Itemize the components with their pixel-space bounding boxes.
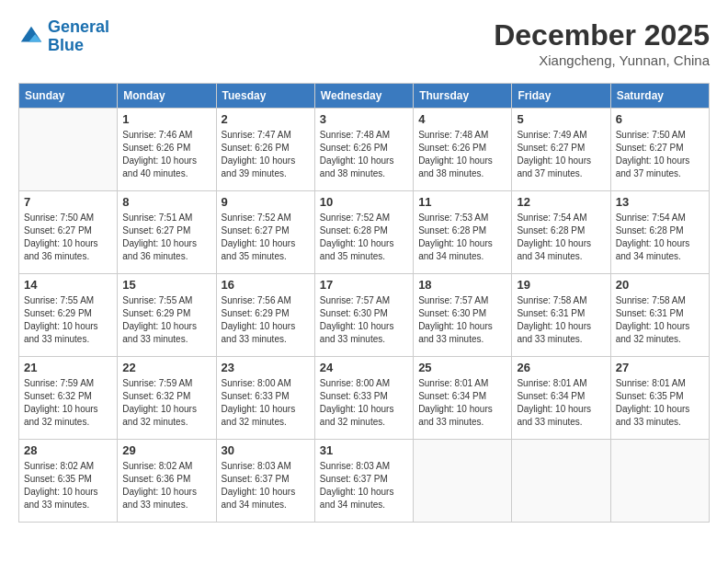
day-number: 19 <box>517 278 605 292</box>
day-number: 12 <box>517 195 605 209</box>
day-cell: 19Sunrise: 7:58 AM Sunset: 6:31 PM Dayli… <box>512 274 610 357</box>
week-row: 21Sunrise: 7:59 AM Sunset: 6:32 PM Dayli… <box>19 357 710 440</box>
day-cell: 31Sunrise: 8:03 AM Sunset: 6:37 PM Dayli… <box>314 440 413 523</box>
day-cell: 3Sunrise: 7:48 AM Sunset: 6:26 PM Daylig… <box>314 109 413 191</box>
day-cell: 21Sunrise: 7:59 AM Sunset: 6:32 PM Dayli… <box>19 357 118 440</box>
day-number: 31 <box>320 443 408 457</box>
weekday-header: Friday <box>512 84 610 109</box>
day-info: Sunrise: 7:56 AM Sunset: 6:29 PM Dayligh… <box>222 294 310 346</box>
page-header: General Blue December 2025 Xiangcheng, Y… <box>18 18 710 68</box>
day-number: 6 <box>616 112 704 126</box>
day-number: 1 <box>122 112 210 126</box>
day-number: 13 <box>616 195 704 209</box>
day-number: 28 <box>24 443 112 457</box>
logo-icon <box>18 24 44 50</box>
day-cell: 13Sunrise: 7:54 AM Sunset: 6:28 PM Dayli… <box>610 191 709 274</box>
weekday-header: Wednesday <box>314 84 413 109</box>
day-number: 3 <box>320 112 408 126</box>
day-cell: 2Sunrise: 7:47 AM Sunset: 6:26 PM Daylig… <box>216 109 314 191</box>
logo-line2: Blue <box>48 36 84 54</box>
weekday-header: Saturday <box>610 84 709 109</box>
day-info: Sunrise: 7:49 AM Sunset: 6:27 PM Dayligh… <box>517 129 605 180</box>
day-info: Sunrise: 7:48 AM Sunset: 6:26 PM Dayligh… <box>418 129 506 180</box>
day-number: 26 <box>517 361 605 374</box>
location-subtitle: Xiangcheng, Yunnan, China <box>494 52 710 68</box>
day-number: 16 <box>222 278 310 292</box>
calendar-table: SundayMondayTuesdayWednesdayThursdayFrid… <box>18 83 710 523</box>
day-number: 30 <box>222 443 310 457</box>
day-number: 5 <box>517 112 605 126</box>
logo-text: General Blue <box>48 18 109 55</box>
day-info: Sunrise: 7:54 AM Sunset: 6:28 PM Dayligh… <box>616 212 704 263</box>
day-info: Sunrise: 8:01 AM Sunset: 6:34 PM Dayligh… <box>418 377 506 429</box>
day-info: Sunrise: 7:55 AM Sunset: 6:29 PM Dayligh… <box>122 294 210 346</box>
weekday-header: Sunday <box>19 84 118 109</box>
day-cell: 20Sunrise: 7:58 AM Sunset: 6:31 PM Dayli… <box>610 274 709 357</box>
day-info: Sunrise: 7:58 AM Sunset: 6:31 PM Dayligh… <box>517 294 605 346</box>
weekday-header: Tuesday <box>216 84 314 109</box>
day-info: Sunrise: 7:55 AM Sunset: 6:29 PM Dayligh… <box>24 294 112 346</box>
day-info: Sunrise: 7:48 AM Sunset: 6:26 PM Dayligh… <box>320 129 408 180</box>
day-cell <box>19 109 118 191</box>
day-cell: 10Sunrise: 7:52 AM Sunset: 6:28 PM Dayli… <box>314 191 413 274</box>
day-info: Sunrise: 8:00 AM Sunset: 6:33 PM Dayligh… <box>222 377 310 429</box>
day-info: Sunrise: 7:50 AM Sunset: 6:27 PM Dayligh… <box>24 212 112 263</box>
day-info: Sunrise: 7:52 AM Sunset: 6:28 PM Dayligh… <box>320 212 408 263</box>
day-number: 9 <box>222 195 310 209</box>
logo-line1: General <box>48 17 109 36</box>
day-cell: 4Sunrise: 7:48 AM Sunset: 6:26 PM Daylig… <box>414 109 512 191</box>
day-cell: 30Sunrise: 8:03 AM Sunset: 6:37 PM Dayli… <box>216 440 314 523</box>
day-cell: 12Sunrise: 7:54 AM Sunset: 6:28 PM Dayli… <box>512 191 610 274</box>
month-title: December 2025 <box>494 18 710 52</box>
day-cell: 11Sunrise: 7:53 AM Sunset: 6:28 PM Dayli… <box>414 191 512 274</box>
day-number: 7 <box>24 195 112 209</box>
day-info: Sunrise: 7:59 AM Sunset: 6:32 PM Dayligh… <box>122 377 210 429</box>
day-cell: 8Sunrise: 7:51 AM Sunset: 6:27 PM Daylig… <box>118 191 216 274</box>
day-cell: 25Sunrise: 8:01 AM Sunset: 6:34 PM Dayli… <box>414 357 512 440</box>
day-info: Sunrise: 7:53 AM Sunset: 6:28 PM Dayligh… <box>418 212 506 263</box>
week-row: 14Sunrise: 7:55 AM Sunset: 6:29 PM Dayli… <box>19 274 710 357</box>
day-number: 17 <box>320 278 408 292</box>
day-number: 20 <box>616 278 704 292</box>
day-number: 8 <box>122 195 210 209</box>
day-number: 18 <box>418 278 506 292</box>
weekday-header-row: SundayMondayTuesdayWednesdayThursdayFrid… <box>19 84 710 109</box>
logo: General Blue <box>18 18 109 55</box>
day-cell: 14Sunrise: 7:55 AM Sunset: 6:29 PM Dayli… <box>19 274 118 357</box>
day-cell <box>414 440 512 523</box>
day-cell: 27Sunrise: 8:01 AM Sunset: 6:35 PM Dayli… <box>610 357 709 440</box>
day-cell: 29Sunrise: 8:02 AM Sunset: 6:36 PM Dayli… <box>118 440 216 523</box>
title-block: December 2025 Xiangcheng, Yunnan, China <box>494 18 710 68</box>
day-cell <box>512 440 610 523</box>
day-info: Sunrise: 7:54 AM Sunset: 6:28 PM Dayligh… <box>517 212 605 263</box>
day-cell: 7Sunrise: 7:50 AM Sunset: 6:27 PM Daylig… <box>19 191 118 274</box>
day-number: 21 <box>24 361 112 374</box>
day-cell: 1Sunrise: 7:46 AM Sunset: 6:26 PM Daylig… <box>118 109 216 191</box>
day-cell: 6Sunrise: 7:50 AM Sunset: 6:27 PM Daylig… <box>610 109 709 191</box>
day-cell: 24Sunrise: 8:00 AM Sunset: 6:33 PM Dayli… <box>314 357 413 440</box>
day-cell: 15Sunrise: 7:55 AM Sunset: 6:29 PM Dayli… <box>118 274 216 357</box>
day-info: Sunrise: 7:47 AM Sunset: 6:26 PM Dayligh… <box>222 129 310 180</box>
day-info: Sunrise: 7:46 AM Sunset: 6:26 PM Dayligh… <box>122 129 210 180</box>
day-number: 23 <box>222 361 310 374</box>
day-number: 14 <box>24 278 112 292</box>
day-number: 2 <box>222 112 310 126</box>
week-row: 7Sunrise: 7:50 AM Sunset: 6:27 PM Daylig… <box>19 191 710 274</box>
week-row: 1Sunrise: 7:46 AM Sunset: 6:26 PM Daylig… <box>19 109 710 191</box>
day-number: 11 <box>418 195 506 209</box>
day-info: Sunrise: 7:52 AM Sunset: 6:27 PM Dayligh… <box>222 212 310 263</box>
day-number: 29 <box>122 443 210 457</box>
day-info: Sunrise: 8:01 AM Sunset: 6:35 PM Dayligh… <box>616 377 704 429</box>
week-row: 28Sunrise: 8:02 AM Sunset: 6:35 PM Dayli… <box>19 440 710 523</box>
day-number: 10 <box>320 195 408 209</box>
day-info: Sunrise: 8:03 AM Sunset: 6:37 PM Dayligh… <box>320 460 408 511</box>
day-cell: 23Sunrise: 8:00 AM Sunset: 6:33 PM Dayli… <box>216 357 314 440</box>
day-cell: 16Sunrise: 7:56 AM Sunset: 6:29 PM Dayli… <box>216 274 314 357</box>
day-cell: 28Sunrise: 8:02 AM Sunset: 6:35 PM Dayli… <box>19 440 118 523</box>
day-info: Sunrise: 7:59 AM Sunset: 6:32 PM Dayligh… <box>24 377 112 429</box>
day-number: 4 <box>418 112 506 126</box>
day-info: Sunrise: 7:51 AM Sunset: 6:27 PM Dayligh… <box>122 212 210 263</box>
day-cell <box>610 440 709 523</box>
weekday-header: Monday <box>118 84 216 109</box>
day-number: 15 <box>122 278 210 292</box>
